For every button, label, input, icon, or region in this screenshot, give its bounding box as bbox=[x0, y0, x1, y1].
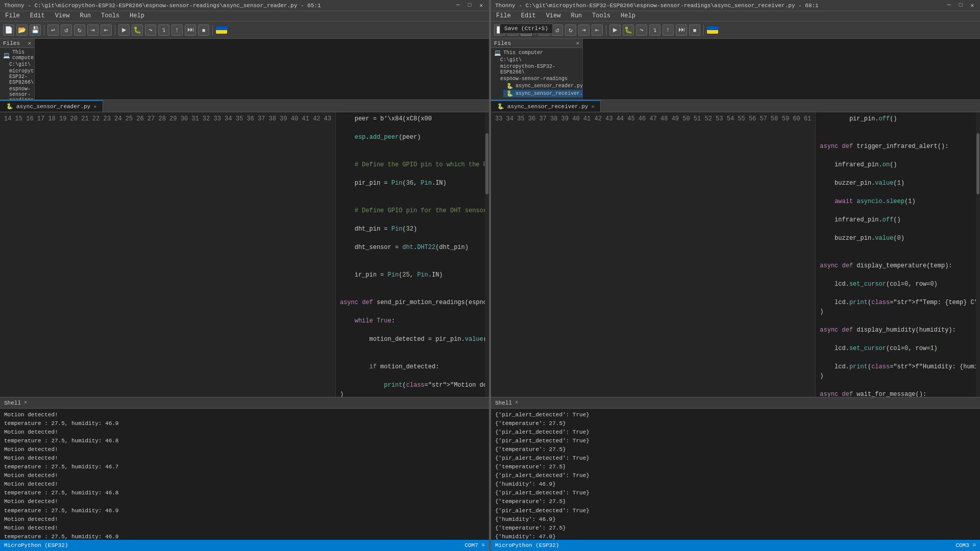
step-out-button[interactable]: ↑ bbox=[172, 24, 183, 36]
tree-this-computer-left[interactable]: 💻 This computer bbox=[0, 49, 34, 61]
maximize-button[interactable]: □ bbox=[466, 2, 474, 9]
right-shell-header: Shell × bbox=[491, 397, 980, 409]
save-file-button-right[interactable]: 💾 bbox=[521, 24, 532, 36]
minimize-button-right[interactable]: ─ bbox=[945, 2, 953, 9]
close-button[interactable]: ✕ bbox=[477, 2, 485, 9]
run-button[interactable]: ▶ bbox=[118, 24, 130, 36]
left-shell-content[interactable]: Motion detected! temperature : 27.5, hum… bbox=[0, 409, 489, 540]
tree-path1-right[interactable]: C:\git\ bbox=[497, 57, 582, 63]
left-editor-tab[interactable]: 🐍 async_sensor_reader.py ✕ bbox=[0, 100, 103, 112]
undo-button-right[interactable]: ↩ bbox=[538, 24, 550, 36]
menu-file-left[interactable]: File bbox=[0, 11, 25, 21]
tree-file1-right[interactable]: 🐍 async_sensor_reader.py bbox=[503, 82, 582, 90]
right-tab-bar: 🐍 async_sensor_receiver.py ✕ bbox=[491, 100, 980, 112]
left-files-tree: 💻 This computer C:\git\ micropython-ESP3… bbox=[0, 48, 34, 99]
left-code-content[interactable]: peer = b'\x84(xC8(x00 esp.add_peer(peer)… bbox=[336, 112, 485, 397]
redo2-button-right[interactable]: ↻ bbox=[565, 24, 576, 36]
step-button[interactable]: ⇥ bbox=[87, 24, 99, 36]
run-button-right[interactable]: ▶ bbox=[609, 24, 621, 36]
tree-file2-right[interactable]: 🐍 async_sensor_receiver.py bbox=[503, 90, 582, 97]
right-code-content[interactable]: pir_pin.off() async def trigger_infrared… bbox=[816, 112, 976, 397]
menu-help-left[interactable]: Help bbox=[125, 11, 150, 21]
menu-view-right[interactable]: View bbox=[541, 11, 566, 21]
menu-edit-right[interactable]: Edit bbox=[516, 11, 541, 21]
open-file-button-right[interactable]: 📂 bbox=[507, 24, 519, 36]
toolbar-sep-2 bbox=[115, 25, 115, 35]
right-files-tree: 💻 This computer C:\git\ micropython-ESP3… bbox=[491, 48, 582, 98]
left-shell-area: Shell × Motion detected! temperature : 2… bbox=[0, 397, 489, 540]
close-button-right[interactable]: ✕ bbox=[968, 2, 976, 9]
step-into-button-right[interactable]: ↴ bbox=[649, 24, 660, 36]
tab-file-icon-left: 🐍 bbox=[6, 103, 13, 110]
py-file-icon-r2: 🐍 bbox=[506, 90, 513, 97]
right-pane: Thonny - C:\git\micropython-ESP32-ESP826… bbox=[491, 0, 980, 551]
debug-button[interactable]: 🐛 bbox=[132, 24, 143, 36]
right-shell-content[interactable]: {'pir_alert_detected': True} {'temperatu… bbox=[491, 409, 980, 540]
menu-file-right[interactable]: File bbox=[491, 11, 516, 21]
tree-path3-left[interactable]: espnow-sensor-readings bbox=[6, 86, 34, 99]
minimize-button[interactable]: ─ bbox=[454, 2, 462, 9]
new-file-button-right[interactable]: 📄 bbox=[494, 24, 505, 36]
toolbar-sep-r2 bbox=[606, 25, 606, 35]
left-status-right: COM7 = bbox=[464, 542, 485, 548]
tab-close-right[interactable]: ✕ bbox=[591, 104, 594, 110]
menu-run-left[interactable]: Run bbox=[75, 11, 96, 21]
right-status-bar: MicroPython (ESP32) COM3 = bbox=[491, 540, 980, 551]
step-over-button[interactable]: ↷ bbox=[145, 24, 156, 36]
right-scrollbar[interactable] bbox=[976, 112, 980, 397]
left-title-text: Thonny - C:\git\micropython-ESP32-ESP826… bbox=[4, 3, 321, 9]
left-title-bar: Thonny - C:\git\micropython-ESP32-ESP826… bbox=[0, 0, 489, 11]
tree-path2-right[interactable]: micropython-ESP32-ESP8266\ bbox=[497, 63, 582, 76]
left-scrollbar[interactable] bbox=[485, 112, 489, 397]
menu-view-left[interactable]: View bbox=[50, 11, 75, 21]
tree-path2-left[interactable]: micropython-ESP32-ESP8266\ bbox=[6, 68, 34, 86]
step-into-button[interactable]: ↴ bbox=[158, 24, 169, 36]
files-close-right[interactable]: ✕ bbox=[576, 40, 579, 46]
tree-this-computer-right[interactable]: 💻 This computer bbox=[491, 49, 582, 57]
redo-button-right[interactable]: ↺ bbox=[552, 24, 563, 36]
stop-button-right[interactable]: ■ bbox=[689, 24, 700, 36]
menu-help-right[interactable]: Help bbox=[616, 11, 641, 21]
redo-button[interactable]: ↺ bbox=[61, 24, 72, 36]
right-title-text: Thonny - C:\git\micropython-ESP32-ESP826… bbox=[495, 3, 819, 9]
left-scrollbar-thumb[interactable] bbox=[485, 133, 488, 194]
tab-close-left[interactable]: ✕ bbox=[93, 104, 96, 110]
right-scrollbar-thumb[interactable] bbox=[976, 133, 979, 194]
resume-button-right[interactable]: ⏭ bbox=[676, 24, 687, 36]
menu-edit-left[interactable]: Edit bbox=[25, 11, 50, 21]
left-status-bar: MicroPython (ESP32) COM7 = bbox=[0, 540, 489, 551]
left-win-controls: ─ □ ✕ bbox=[454, 2, 485, 9]
step-over-button-right[interactable]: ↷ bbox=[636, 24, 647, 36]
left-status-left: MicroPython (ESP32) bbox=[4, 542, 68, 548]
right-menubar: File Edit View Run Tools Help bbox=[491, 11, 980, 21]
resume-button[interactable]: ⏭ bbox=[185, 24, 196, 36]
menu-tools-right[interactable]: Tools bbox=[587, 11, 616, 21]
right-editor-area[interactable]: 33 34 35 36 37 38 39 40 41 42 43 44 45 4… bbox=[491, 112, 980, 397]
step-out-button-right[interactable]: ↑ bbox=[663, 24, 674, 36]
tree-path1-left[interactable]: C:\git\ bbox=[6, 61, 34, 68]
right-status-left: MicroPython (ESP32) bbox=[495, 542, 559, 548]
right-title-bar: Thonny - C:\git\micropython-ESP32-ESP826… bbox=[491, 0, 980, 11]
redo2-button[interactable]: ↻ bbox=[74, 24, 85, 36]
toolbar-sep-r1 bbox=[535, 25, 535, 35]
left-menubar: File Edit View Run Tools Help bbox=[0, 11, 489, 21]
undo-button[interactable]: ↩ bbox=[47, 24, 59, 36]
left-pane: Thonny - C:\git\micropython-ESP32-ESP826… bbox=[0, 0, 490, 551]
files-close-left[interactable]: ✕ bbox=[28, 40, 31, 46]
new-file-button[interactable]: 📄 bbox=[3, 24, 14, 36]
debug-button-right[interactable]: 🐛 bbox=[623, 24, 634, 36]
step-button-right[interactable]: ⇥ bbox=[578, 24, 590, 36]
stop-button[interactable]: ■ bbox=[198, 24, 209, 36]
save-file-button[interactable]: 💾 bbox=[30, 24, 41, 36]
open-file-button[interactable]: 📂 bbox=[16, 24, 28, 36]
left-editor-area[interactable]: 14 15 16 17 18 19 20 21 22 23 24 25 26 2… bbox=[0, 112, 489, 397]
menu-run-right[interactable]: Run bbox=[566, 11, 587, 21]
menu-tools-left[interactable]: Tools bbox=[96, 11, 125, 21]
right-editor-tab[interactable]: 🐍 async_sensor_receiver.py ✕ bbox=[491, 100, 601, 112]
maximize-button-right[interactable]: □ bbox=[957, 2, 965, 9]
tree-path3-right[interactable]: espnow-sensor-readings bbox=[497, 76, 582, 82]
right-win-controls: ─ □ ✕ bbox=[945, 2, 976, 9]
step2-button-right[interactable]: ⇤ bbox=[592, 24, 603, 36]
left-shell-header: Shell × bbox=[0, 397, 489, 409]
step2-button[interactable]: ⇤ bbox=[101, 24, 112, 36]
